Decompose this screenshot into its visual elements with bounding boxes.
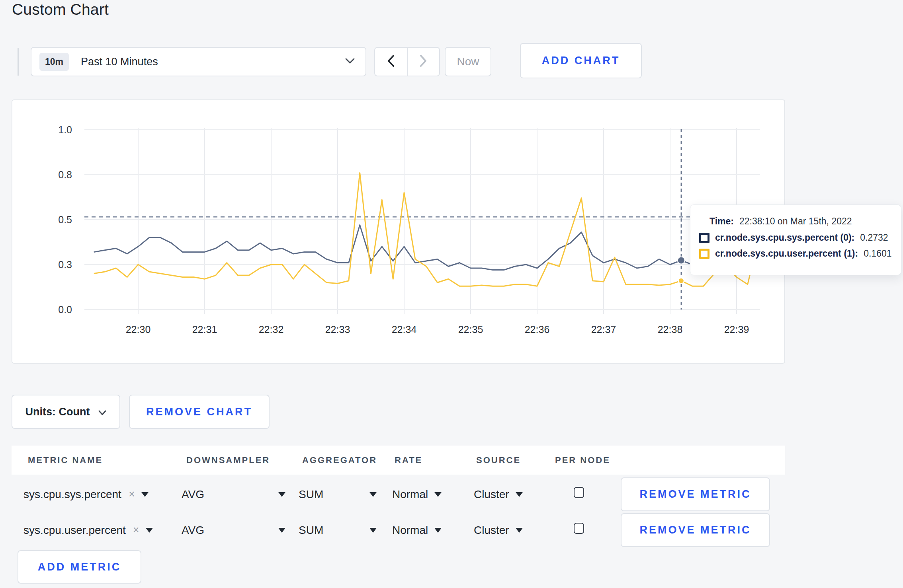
clear-metric-icon[interactable]: × [129, 488, 135, 500]
rate-select[interactable]: Normal [392, 477, 442, 511]
chevron-down-icon [345, 58, 355, 66]
metric-name-select[interactable]: sys.cpu.sys.percent× [23, 477, 149, 511]
aggregator-select[interactable]: SUM [299, 513, 377, 547]
y-axis-tick-label: 1.0 [58, 124, 72, 135]
time-forward-button[interactable] [407, 48, 440, 76]
tooltip-series-value: 0.2732 [860, 232, 888, 243]
x-axis-tick-label: 22:37 [591, 324, 616, 335]
y-axis-tick-label: 0.3 [58, 259, 72, 270]
column-header: DOWNSAMPLER [186, 455, 270, 465]
chevron-down-icon [98, 406, 106, 418]
time-range-select[interactable]: 10m Past 10 Minutes [31, 47, 366, 76]
x-axis-tick-label: 22:36 [525, 324, 550, 335]
units-select[interactable]: Units: Count [12, 395, 120, 429]
page-title: Custom Chart [12, 1, 109, 18]
column-header: RATE [395, 455, 422, 465]
custom-chart-page: Custom Chart 10m Past 10 Minutes Now ADD… [0, 0, 903, 588]
time-back-button[interactable] [375, 48, 407, 76]
remove-metric-button[interactable]: REMOVE METRIC [621, 477, 770, 511]
aggregator-select[interactable]: SUM [299, 477, 377, 511]
time-range-label: Past 10 Minutes [81, 56, 345, 68]
per-node-checkbox[interactable] [574, 487, 584, 498]
remove-chart-button[interactable]: REMOVE CHART [129, 395, 270, 429]
chevron-right-icon [419, 55, 427, 69]
tooltip-time-label: Time: [710, 216, 734, 226]
caret-down-icon [278, 492, 285, 497]
toolbar-divider [18, 48, 19, 76]
x-axis-tick-label: 22:33 [325, 324, 350, 335]
tooltip-series-label: cr.node.sys.cpu.sys.percent (0): [715, 232, 854, 243]
tooltip-series-value: 0.1601 [864, 248, 891, 259]
caret-down-icon [434, 492, 442, 497]
time-range-badge: 10m [39, 53, 69, 71]
add-chart-button[interactable]: ADD CHART [520, 43, 642, 78]
x-axis-tick-label: 22:32 [259, 324, 284, 335]
series-swatch-icon [699, 249, 710, 259]
x-axis-tick-label: 22:39 [724, 324, 749, 335]
now-button[interactable]: Now [445, 47, 491, 76]
source-select[interactable]: Cluster [474, 477, 523, 511]
x-axis-tick-label: 22:34 [392, 324, 417, 335]
rate-select[interactable]: Normal [392, 513, 442, 547]
column-header: AGGREGATOR [302, 455, 377, 465]
downsampler-select[interactable]: AVG [182, 513, 285, 547]
add-metric-button[interactable]: ADD METRIC [18, 550, 141, 584]
tooltip-series-row: cr.node.sys.cpu.user.percent (1):0.1601 [699, 248, 901, 259]
x-axis-tick-label: 22:31 [192, 324, 217, 335]
y-axis-tick-label: 0.0 [58, 304, 72, 315]
caret-down-icon [146, 528, 153, 533]
y-axis-tick-label: 0.8 [58, 169, 72, 180]
caret-down-icon [278, 528, 285, 533]
time-nav-group [374, 47, 440, 76]
metrics-table-header: METRIC NAMEDOWNSAMPLERAGGREGATORRATESOUR… [12, 446, 785, 475]
caret-down-icon [369, 492, 377, 497]
column-header: METRIC NAME [28, 455, 103, 465]
units-label: Units: Count [25, 406, 90, 418]
caret-down-icon [434, 528, 442, 533]
caret-down-icon [516, 492, 523, 497]
metric-name-select[interactable]: sys.cpu.user.percent× [23, 513, 153, 547]
clear-metric-icon[interactable]: × [133, 524, 139, 536]
column-header: SOURCE [476, 455, 521, 465]
source-select[interactable]: Cluster [474, 513, 523, 547]
caret-down-icon [516, 528, 523, 533]
chart-panel: 0.00.30.50.81.022:3022:3122:3222:3322:34… [12, 99, 785, 364]
series-line-0 [94, 225, 753, 270]
x-axis-tick-label: 22:30 [126, 324, 151, 335]
series-line-1 [94, 173, 753, 286]
highlight-point [678, 278, 684, 284]
y-axis-tick-label: 0.5 [58, 214, 72, 225]
highlight-point [678, 257, 685, 264]
caret-down-icon [141, 492, 149, 497]
x-axis-tick-label: 22:35 [458, 324, 483, 335]
tooltip-time-value: 22:38:10 on Mar 15th, 2022 [739, 216, 852, 226]
chevron-left-icon [387, 55, 395, 69]
series-swatch-icon [699, 233, 710, 243]
caret-down-icon [369, 528, 377, 533]
metric-name-label: sys.cpu.user.percent [23, 524, 126, 537]
metric-name-label: sys.cpu.sys.percent [23, 488, 121, 501]
tooltip-series-row: cr.node.sys.cpu.sys.percent (0):0.2732 [699, 232, 901, 243]
tooltip-time-row: Time:22:38:10 on Mar 15th, 2022 [710, 216, 901, 227]
column-header: PER NODE [555, 455, 610, 465]
tooltip-series-label: cr.node.sys.cpu.user.percent (1): [715, 248, 858, 259]
per-node-checkbox[interactable] [574, 523, 584, 534]
remove-metric-button[interactable]: REMOVE METRIC [621, 513, 770, 547]
x-axis-tick-label: 22:38 [658, 324, 683, 335]
chart-tooltip: Time:22:38:10 on Mar 15th, 2022 cr.node.… [690, 204, 901, 275]
downsampler-select[interactable]: AVG [182, 477, 285, 511]
metrics-line-chart[interactable]: 0.00.30.50.81.022:3022:3122:3222:3322:34… [12, 100, 784, 363]
